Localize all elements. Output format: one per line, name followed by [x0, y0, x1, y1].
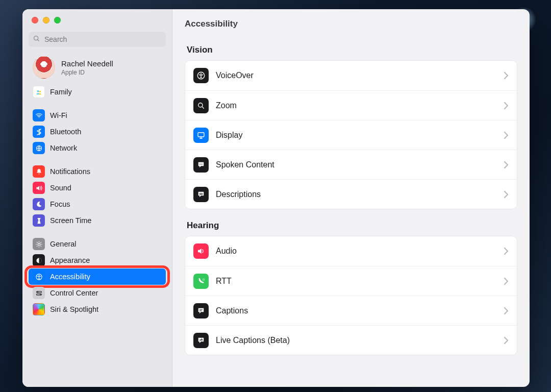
row-audio[interactable]: Audio	[185, 236, 517, 266]
svg-point-2	[37, 90, 39, 92]
svg-point-21	[199, 163, 201, 164]
sidebar-item-label: Family	[50, 88, 72, 96]
row-label: Zoom	[216, 101, 496, 110]
row-voiceover[interactable]: VoiceOver	[185, 61, 517, 90]
window-controls	[22, 9, 172, 32]
row-display[interactable]: Display	[185, 120, 517, 150]
chevron-right-icon	[504, 190, 509, 199]
chevron-right-icon	[504, 277, 509, 285]
svg-point-6	[38, 243, 40, 245]
sidebar-item-network[interactable]: Network	[29, 140, 166, 156]
audio-icon	[193, 243, 209, 259]
row-label: Display	[216, 131, 496, 140]
bluetooth-icon	[33, 126, 45, 138]
svg-point-23	[202, 163, 203, 164]
chevron-right-icon	[504, 336, 509, 345]
siri-icon	[33, 303, 45, 315]
descriptions-icon: 99	[193, 187, 209, 202]
voiceover-icon	[193, 68, 209, 83]
sidebar-item-notifications[interactable]: Notifications	[29, 163, 166, 180]
sidebar-item-appleid[interactable]: Rachel Needell Apple ID	[29, 52, 166, 84]
sidebar-item-controlcenter[interactable]: Control Center	[29, 285, 166, 301]
row-captions[interactable]: Captions	[185, 296, 517, 325]
sidebar-item-label: Siri & Spotlight	[50, 305, 98, 313]
svg-line-17	[202, 106, 204, 108]
hearing-card: Audio RTT Captions	[185, 236, 517, 355]
sidebar-item-label: Accessibility	[50, 273, 90, 281]
main-scroll[interactable]: Vision VoiceOver Zoom	[172, 39, 530, 371]
svg-point-9	[38, 275, 39, 276]
general-icon	[33, 238, 45, 250]
page-title: Accessibility	[185, 19, 238, 29]
svg-text:99: 99	[199, 192, 203, 195]
svg-point-22	[201, 163, 202, 164]
row-livecaptions[interactable]: Live Captions (Beta)	[185, 325, 517, 355]
svg-rect-18	[198, 132, 204, 136]
row-label: Spoken Content	[216, 160, 496, 169]
zoom-icon	[193, 98, 209, 113]
svg-point-0	[34, 36, 38, 40]
search-input[interactable]	[44, 35, 162, 43]
sidebar-item-accessibility[interactable]: Accessibility	[29, 268, 166, 285]
minimize-button[interactable]	[43, 17, 49, 23]
main-content: Accessibility Vision VoiceOver Zoom	[172, 9, 530, 387]
chevron-right-icon	[504, 71, 509, 80]
sidebar-item-bluetooth[interactable]: Bluetooth	[29, 124, 166, 140]
notifications-icon	[33, 165, 45, 178]
sidebar-item-siri[interactable]: Siri & Spotlight	[29, 301, 166, 317]
sidebar-item-sound[interactable]: Sound	[29, 180, 166, 196]
display-icon	[193, 128, 209, 143]
svg-point-27	[203, 280, 204, 281]
family-icon	[33, 86, 45, 98]
chevron-right-icon	[504, 247, 509, 255]
chevron-right-icon	[504, 131, 509, 139]
vision-card: VoiceOver Zoom Display	[185, 60, 517, 209]
row-label: RTT	[216, 277, 496, 286]
search-field[interactable]	[29, 32, 166, 47]
row-label: Live Captions (Beta)	[216, 336, 496, 345]
svg-point-11	[37, 291, 38, 292]
row-label: Audio	[216, 247, 496, 256]
row-descriptions[interactable]: 99 Descriptions	[185, 179, 517, 209]
sidebar-item-label: Screen Time	[50, 216, 91, 225]
svg-point-15	[201, 73, 202, 74]
row-label: Descriptions	[216, 190, 496, 199]
sidebar-item-appearance[interactable]: Appearance	[29, 252, 166, 268]
spoken-content-icon	[193, 157, 209, 173]
svg-point-25	[203, 278, 204, 279]
system-settings-window: Rachel Needell Apple ID Family Wi-Fi	[22, 9, 530, 387]
captions-icon	[193, 303, 209, 318]
sidebar-item-screentime[interactable]: Screen Time	[29, 212, 166, 229]
svg-point-4	[38, 117, 39, 118]
avatar	[33, 56, 55, 79]
row-zoom[interactable]: Zoom	[185, 90, 517, 120]
svg-point-28	[204, 280, 205, 281]
controlcenter-icon	[33, 287, 45, 299]
sidebar: Rachel Needell Apple ID Family Wi-Fi	[22, 9, 172, 387]
svg-point-26	[204, 278, 205, 279]
sidebar-item-general[interactable]: General	[29, 236, 166, 252]
close-button[interactable]	[32, 17, 38, 23]
chevron-right-icon	[504, 102, 509, 110]
network-icon	[33, 142, 45, 154]
sidebar-item-label: General	[50, 240, 77, 248]
sidebar-item-label: Notifications	[50, 167, 90, 176]
sidebar-item-label: Bluetooth	[50, 128, 81, 136]
row-rtt[interactable]: RTT	[185, 266, 517, 296]
sidebar-scroll[interactable]: Rachel Needell Apple ID Family Wi-Fi	[22, 52, 172, 324]
sidebar-item-label: Appearance	[50, 256, 90, 264]
livecaptions-icon	[193, 333, 209, 348]
svg-rect-10	[36, 291, 41, 292]
profile-sub: Apple ID	[61, 69, 113, 76]
section-hearing: Hearing	[187, 220, 515, 231]
sidebar-item-label: Sound	[50, 184, 71, 192]
svg-point-13	[40, 294, 41, 295]
focus-icon	[33, 198, 45, 210]
accessibility-icon	[33, 271, 45, 283]
row-spoken-content[interactable]: Spoken Content	[185, 150, 517, 179]
profile-name: Rachel Needell	[61, 59, 113, 68]
zoom-button[interactable]	[54, 17, 61, 23]
sidebar-item-family[interactable]: Family	[29, 84, 166, 100]
sidebar-item-wifi[interactable]: Wi-Fi	[29, 107, 166, 124]
sidebar-item-focus[interactable]: Focus	[29, 196, 166, 212]
